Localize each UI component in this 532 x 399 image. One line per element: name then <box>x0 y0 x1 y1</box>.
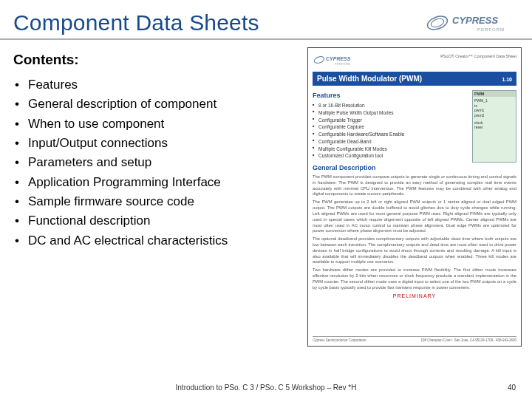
svg-text:CYPRESS: CYPRESS <box>326 56 351 61</box>
feature-item: Configurable Trigger <box>313 117 468 124</box>
list-item: DC and AC electrical characteristics <box>13 231 301 250</box>
content-area: Contents: Features General description o… <box>0 47 532 347</box>
datasheet-footer: Cypress Semiconductor Corporation 198 Ch… <box>313 336 516 342</box>
list-item: Application Programming Interface <box>13 173 301 192</box>
comp-row: reset <box>474 125 514 129</box>
list-item: Input/Output connections <box>13 134 301 153</box>
general-desc-heading: General Description <box>313 164 516 171</box>
comp-row: clock <box>474 120 514 125</box>
page-number: 40 <box>508 383 516 392</box>
feature-item: Configurable Dead-Band <box>313 138 468 146</box>
datasheet-version: 1.10 <box>502 77 512 82</box>
list-item: Functional description <box>13 211 301 231</box>
svg-text:PERFORM: PERFORM <box>335 63 350 66</box>
feature-item: Configurable Capture <box>313 123 468 131</box>
comp-row: tc <box>474 103 514 108</box>
svg-point-0 <box>426 14 449 33</box>
ds-foot-left: Cypress Semiconductor Corporation <box>313 338 366 342</box>
svg-point-2 <box>313 55 325 64</box>
title-divider <box>0 38 532 40</box>
features-list: 8 or 16-Bit Resolution Multiple Pulse Wi… <box>313 102 468 160</box>
datasheet-title: Pulse Width Modulator (PWM) <box>317 75 422 83</box>
list-item: When to use component <box>13 115 301 134</box>
features-heading: Features <box>313 92 468 99</box>
datasheet-left: Features 8 or 16-Bit Resolution Multiple… <box>313 90 468 163</box>
contents-list: Features General description of componen… <box>13 75 301 250</box>
slide-title: Component Data Sheets <box>13 10 259 35</box>
comp-row: pwm2 <box>474 113 514 117</box>
cypress-logo: CYPRESS PERFORM <box>424 10 513 35</box>
feature-item: Customized Configuration tool <box>313 152 468 160</box>
general-desc-para: The PWM generates up to 2 left or right … <box>313 200 516 234</box>
contents-header: Contents: <box>13 52 301 68</box>
list-item: General description of component <box>13 95 301 114</box>
feature-item: Configurable Hardware/Software Enable <box>313 131 468 138</box>
general-desc-para: The PWM component provides compare outpu… <box>313 174 516 197</box>
slide-footer: Introduction to PSo. C 3 / PSo. C 5 Work… <box>0 383 532 392</box>
component-name: PWM <box>473 91 516 97</box>
list-item: Parameters and setup <box>13 153 301 172</box>
datasheet-preview: CYPRESS PERFORM PSoC® Creator™ Component… <box>307 47 522 347</box>
comp-row: PWM_1 <box>474 98 514 103</box>
left-column: Contents: Features General description o… <box>13 47 301 347</box>
list-item: Sample firmware source code <box>13 192 301 211</box>
general-desc-para: Two hardware dither modes are provided t… <box>313 267 516 290</box>
datasheet-header: CYPRESS PERFORM PSoC® Creator™ Component… <box>313 52 516 67</box>
preliminary-stamp: PRELIMINARY <box>313 293 516 299</box>
slide: Component Data Sheets CYPRESS PERFORM Co… <box>0 0 532 399</box>
feature-item: 8 or 16-Bit Resolution <box>313 102 468 109</box>
logo-subtext: PERFORM <box>477 27 505 32</box>
datasheet-logo: CYPRESS PERFORM <box>313 52 357 67</box>
general-desc-para: The optional deadband provides complimen… <box>313 236 516 265</box>
datasheet-body: Features 8 or 16-Bit Resolution Multiple… <box>313 90 516 163</box>
datasheet-header-text: PSoC® Creator™ Component Data Sheet <box>357 52 516 58</box>
title-row: Component Data Sheets CYPRESS PERFORM <box>0 0 532 38</box>
comp-row: pwm1 <box>474 108 514 112</box>
feature-item: Multiple Pulse Width Output Modes <box>313 109 468 117</box>
component-symbol: PWM PWM_1 tc pwm1 pwm2 clock reset <box>472 90 516 163</box>
datasheet-title-bar: Pulse Width Modulator (PWM) 1.10 <box>313 72 516 86</box>
logo-text: CYPRESS <box>452 15 498 26</box>
feature-item: Multiple Configurable Kill Modes <box>313 146 468 153</box>
list-item: Features <box>13 75 301 95</box>
ds-foot-mid: 198 Champion Court · San Jose, CA 95134-… <box>420 338 516 342</box>
